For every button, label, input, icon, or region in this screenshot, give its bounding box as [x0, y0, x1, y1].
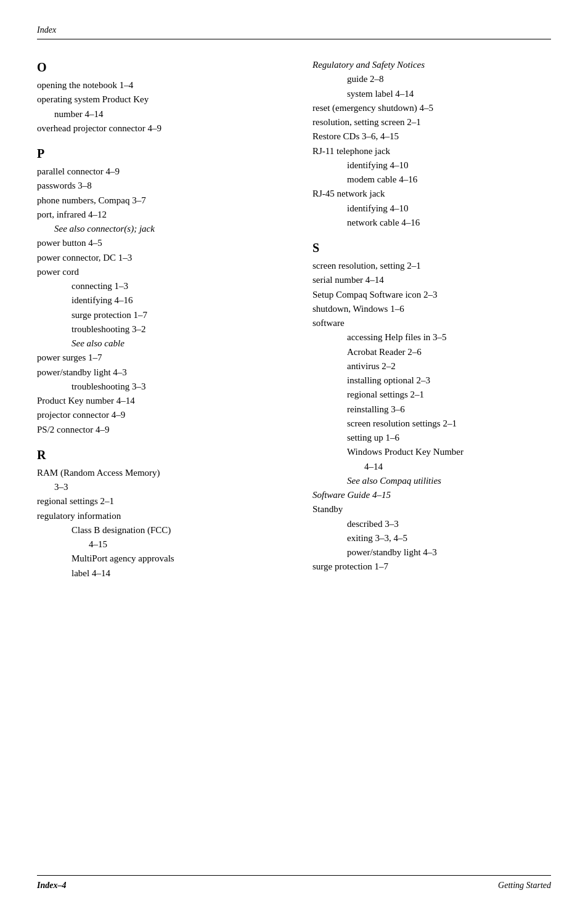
list-item: installing optional 2–3 [312, 373, 551, 388]
list-item: Windows Product Key Number [312, 445, 551, 459]
page-footer: Index–4 Getting Started [37, 875, 551, 891]
heading-R: R [37, 448, 276, 462]
list-item: projector connector 4–9 [37, 408, 276, 422]
list-item: Regulatory and Safety Notices [312, 58, 551, 72]
list-item: See also connector(s); jack [37, 222, 276, 236]
list-item: screen resolution, setting 2–1 [312, 259, 551, 273]
page: Index O opening the notebook 1–4 operati… [0, 0, 588, 909]
list-item: parallel connector 4–9 [37, 165, 276, 179]
list-item: software [312, 316, 551, 330]
list-item: passwords 3–8 [37, 179, 276, 193]
list-item: power/standby light 4–3 [312, 545, 551, 560]
list-item: resolution, setting screen 2–1 [312, 115, 551, 129]
list-item: identifying 4–10 [312, 158, 551, 173]
list-item: 4–14 [312, 460, 551, 474]
list-item: regional settings 2–1 [37, 494, 276, 508]
list-item: modem cable 4–16 [312, 173, 551, 187]
list-item: surge protection 1–7 [312, 560, 551, 574]
heading-O: O [37, 60, 276, 75]
list-item: MultiPort agency approvals [37, 552, 276, 566]
list-item: Setup Compaq Software icon 2–3 [312, 288, 551, 302]
list-item: screen resolution settings 2–1 [312, 417, 551, 431]
list-item: network cable 4–16 [312, 216, 551, 230]
list-item: PS/2 connector 4–9 [37, 423, 276, 437]
list-item: reinstalling 3–6 [312, 402, 551, 417]
section-R-cont: Regulatory and Safety Notices guide 2–8 … [312, 58, 551, 230]
list-item: regional settings 2–1 [312, 388, 551, 402]
section-R: R RAM (Random Access Memory) 3–3 regiona… [37, 448, 276, 581]
list-item: troubleshooting 3–3 [37, 380, 276, 394]
list-item: accessing Help files in 3–5 [312, 330, 551, 344]
left-column: O opening the notebook 1–4 operating sys… [37, 58, 282, 592]
list-item: setting up 1–6 [312, 431, 551, 445]
list-item: overhead projector connector 4–9 [37, 121, 276, 136]
list-item: Product Key number 4–14 [37, 394, 276, 408]
section-S: S screen resolution, setting 2–1 serial … [312, 241, 551, 574]
list-item: RJ-45 network jack [312, 187, 551, 201]
list-item: phone numbers, Compaq 3–7 [37, 194, 276, 208]
list-item: exiting 3–3, 4–5 [312, 531, 551, 545]
list-item: Software Guide 4–15 [312, 488, 551, 502]
header-title: Index [37, 25, 56, 35]
list-item: Restore CDs 3–6, 4–15 [312, 129, 551, 144]
list-item: identifying 4–16 [37, 293, 276, 308]
list-item: guide 2–8 [312, 72, 551, 86]
list-item: identifying 4–10 [312, 202, 551, 216]
list-item: RAM (Random Access Memory) [37, 466, 276, 480]
heading-P: P [37, 147, 276, 161]
list-item: Acrobat Reader 2–6 [312, 345, 551, 359]
list-item: operating system Product Key [37, 92, 276, 107]
list-item: power button 4–5 [37, 236, 276, 250]
list-item: number 4–14 [37, 107, 276, 121]
list-item: troubleshooting 3–2 [37, 322, 276, 336]
list-item: Class B designation (FCC) [37, 523, 276, 537]
list-item: system label 4–14 [312, 87, 551, 101]
list-item: label 4–14 [37, 566, 276, 581]
list-item: described 3–3 [312, 517, 551, 531]
page-header: Index [37, 25, 551, 39]
list-item: shutdown, Windows 1–6 [312, 302, 551, 316]
list-item: reset (emergency shutdown) 4–5 [312, 101, 551, 115]
list-item: See also Compaq utilities [312, 474, 551, 488]
list-item: opening the notebook 1–4 [37, 78, 276, 92]
list-item: surge protection 1–7 [37, 308, 276, 322]
list-item: antivirus 2–2 [312, 359, 551, 373]
heading-S: S [312, 241, 551, 255]
list-item: port, infrared 4–12 [37, 208, 276, 222]
section-O: O opening the notebook 1–4 operating sys… [37, 60, 276, 136]
list-item: serial number 4–14 [312, 273, 551, 287]
list-item: See also cable [37, 336, 276, 351]
list-item: power/standby light 4–3 [37, 365, 276, 380]
index-columns: O opening the notebook 1–4 operating sys… [37, 58, 551, 592]
footer-document-title: Getting Started [498, 881, 551, 891]
list-item: RJ-11 telephone jack [312, 144, 551, 158]
list-item: Standby [312, 502, 551, 516]
list-item: regulatory information [37, 509, 276, 523]
section-P: P parallel connector 4–9 passwords 3–8 p… [37, 147, 276, 437]
list-item: power surges 1–7 [37, 351, 276, 365]
list-item: 3–3 [37, 480, 276, 494]
list-item: 4–15 [37, 537, 276, 552]
list-item: power connector, DC 1–3 [37, 251, 276, 265]
list-item: connecting 1–3 [37, 279, 276, 293]
list-item: power cord [37, 265, 276, 279]
right-column: Regulatory and Safety Notices guide 2–8 … [306, 58, 551, 592]
footer-page-number: Index–4 [37, 881, 66, 891]
